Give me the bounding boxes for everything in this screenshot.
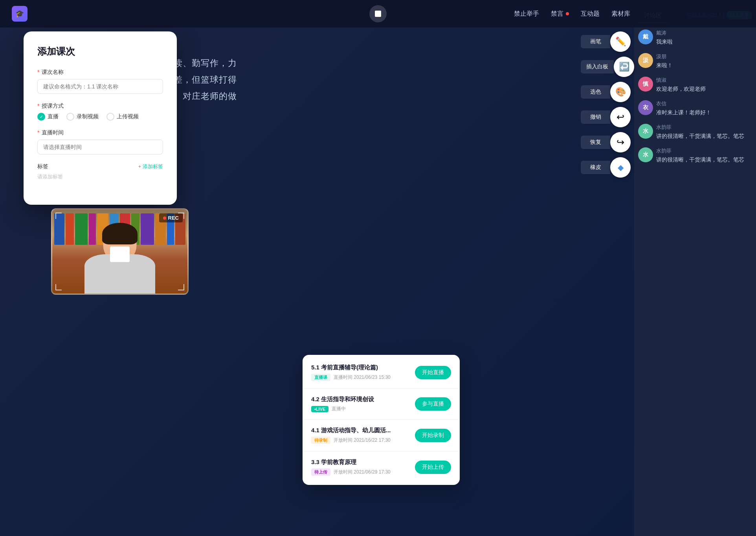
chat-message: 慎 慎淑 欢迎老师，欢迎老师 [638, 77, 752, 93]
rec-badge: REC [159, 213, 183, 222]
tool-redo[interactable]: 恢复 ↪ [581, 132, 634, 152]
course-name-label: * 课次名称 [37, 69, 163, 76]
person-silhouette [77, 221, 163, 294]
tool-pen-button[interactable]: ✏️ [610, 31, 631, 52]
chat-message: 水 水韵菲 讲的很清晰，干货满满，笔芯。笔芯 [638, 147, 752, 164]
tool-redo-label: 恢复 [581, 136, 610, 149]
message-content: 汲朋 来啦！ [656, 53, 752, 70]
course-meta: 待录制 开放时间 2021/16/22 17:30 [311, 437, 415, 444]
course-tag: 待上传 [311, 468, 330, 476]
tool-whiteboard[interactable]: 插入白板 ↩️ [581, 57, 634, 77]
red-dot-icon [566, 12, 569, 15]
camera-preview: REC [51, 208, 189, 295]
course-tag: •LIVE [311, 406, 328, 412]
tool-eraser-button[interactable]: ◆ [610, 157, 631, 178]
course-info: 3.3 学前教育原理 待上传 开放时间 2021/06/29 17:30 [311, 459, 415, 476]
chat-messages: 戴 戴涛 我来啦 汲 汲朋 来啦！ 慎 慎淑 欢迎老师，欢迎老师 衣 [634, 24, 756, 536]
avatar: 水 [638, 147, 653, 162]
nav-item-ban-raise[interactable]: 禁止举手 [514, 10, 539, 18]
chat-message: 衣 衣信 准时来上课！老师好！ [638, 100, 752, 117]
course-info: 4.2 生活指导和环境创设 •LIVE 直播中 [311, 396, 415, 412]
course-time: 直播时间 2021/06/23 15:30 [334, 374, 391, 381]
radio-live-icon [37, 113, 45, 121]
chat-message: 水 水韵菲 讲的很清晰，干货满满，笔芯。笔芯 [638, 124, 752, 140]
chat-message: 汲 汲朋 来啦！ [638, 53, 752, 70]
message-content: 水韵菲 讲的很清晰，干货满满，笔芯。笔芯 [656, 124, 752, 140]
live-time-input[interactable] [37, 140, 163, 154]
tool-color[interactable]: 选色 🎨 [581, 82, 634, 102]
rec-dot-icon [163, 217, 166, 220]
course-name: 4.1 游戏活动指导、幼儿圆活... [311, 427, 415, 434]
tool-undo-label: 撤销 [581, 110, 610, 124]
course-time: 开放时间 2021/16/22 17:30 [334, 437, 391, 444]
method-upload[interactable]: 上传视频 [106, 113, 139, 121]
course-name-input[interactable] [37, 79, 163, 94]
radio-record-icon [66, 113, 74, 121]
message-text: 准时来上课！老师好！ [656, 108, 752, 117]
tool-undo[interactable]: 撤销 ↩ [581, 107, 634, 127]
message-content: 戴涛 我来啦 [656, 29, 752, 46]
message-content: 水韵菲 讲的很清晰，干货满满，笔芯。笔芯 [656, 147, 752, 164]
method-record[interactable]: 录制视频 [66, 113, 99, 121]
course-tag: 直播课 [311, 374, 330, 381]
message-name: 戴涛 [656, 29, 752, 37]
tool-whiteboard-label: 插入白板 [581, 60, 614, 73]
message-name: 衣信 [656, 100, 752, 107]
rec-text: REC [168, 215, 179, 221]
avatar: 汲 [638, 53, 653, 68]
course-name: 4.2 生活指导和环境创设 [311, 396, 415, 403]
course-name: 3.3 学前教育原理 [311, 459, 415, 466]
logo-area: 🎓 [12, 6, 28, 22]
tool-whiteboard-button[interactable]: ↩️ [614, 57, 634, 77]
course-item: 4.1 游戏活动指导、幼儿圆活... 待录制 开放时间 2021/16/22 1… [303, 420, 460, 452]
course-start-upload-button[interactable]: 开始上传 [415, 461, 451, 474]
message-name: 慎淑 [656, 77, 752, 84]
message-text: 讲的很清晰，干货满满，笔芯。笔芯 [656, 156, 752, 164]
nav-item-materials[interactable]: 素材库 [611, 10, 630, 18]
course-list-card: 5.1 考前直播辅导(理论篇) 直播课 直播时间 2021/06/23 15:3… [303, 355, 460, 485]
course-tag: 待录制 [311, 437, 330, 444]
add-lesson-modal: 添加课次 * 课次名称 * 授课方式 直播 录制视频 上传视频 [24, 31, 177, 205]
live-time-group: * 直播时间 [37, 129, 163, 154]
live-time-label: * 直播时间 [37, 129, 163, 136]
course-start-record-button[interactable]: 开始录制 [415, 429, 451, 442]
message-content: 衣信 准时来上课！老师好！ [656, 100, 752, 117]
top-nav: 禁止举手 禁言 互动题 素材库 [514, 10, 630, 18]
tool-color-button[interactable]: 🎨 [610, 82, 631, 102]
stop-icon [375, 11, 381, 17]
course-info: 4.1 游戏活动指导、幼儿圆活... 待录制 开放时间 2021/16/22 1… [311, 427, 415, 444]
right-sidebar: 讨论区 在线人数(921人) 99人举手 戴 戴涛 我来啦 汲 汲朋 来啦！ 慎 [634, 0, 756, 536]
course-time: 开放时间 2021/06/29 17:30 [334, 469, 391, 475]
tool-pen-label: 画笔 [581, 35, 610, 48]
logo-icon: 🎓 [12, 6, 28, 22]
tags-placeholder: 请添加标签 [37, 173, 163, 180]
method-live[interactable]: 直播 [37, 113, 59, 121]
tags-group: 标签 + 添加标签 请添加标签 [37, 163, 163, 180]
chat-message: 戴 戴涛 我来啦 [638, 29, 752, 46]
message-text: 来啦！ [656, 61, 752, 70]
avatar: 慎 [638, 77, 653, 92]
teaching-method-label: * 授课方式 [37, 103, 163, 110]
tags-section: 标签 + 添加标签 [37, 163, 163, 170]
course-time: 直播中 [332, 406, 346, 412]
course-item: 4.2 生活指导和环境创设 •LIVE 直播中 参与直播 [303, 389, 460, 420]
tool-eraser-label: 橡皮 [581, 161, 610, 174]
course-meta: •LIVE 直播中 [311, 406, 415, 412]
tool-panel: 画笔 ✏️ 插入白板 ↩️ 选色 🎨 撤销 ↩ 恢复 ↪ 橡皮 ◆ [581, 31, 634, 178]
course-start-live-button[interactable]: 开始直播 [415, 366, 451, 379]
nav-item-mute[interactable]: 禁言 [551, 10, 569, 18]
tool-redo-button[interactable]: ↪ [610, 132, 631, 152]
nav-item-interaction[interactable]: 互动题 [581, 10, 600, 18]
avatar: 衣 [638, 100, 653, 115]
tool-undo-button[interactable]: ↩ [610, 107, 631, 127]
stop-button[interactable] [369, 5, 387, 22]
tool-pen[interactable]: 画笔 ✏️ [581, 31, 634, 52]
tool-eraser[interactable]: 橡皮 ◆ [581, 157, 634, 178]
message-name: 水韵菲 [656, 124, 752, 131]
message-text: 欢迎老师，欢迎老师 [656, 85, 752, 93]
course-name: 5.1 考前直播辅导(理论篇) [311, 364, 415, 371]
course-name-group: * 课次名称 [37, 69, 163, 94]
course-join-live-button[interactable]: 参与直播 [415, 397, 451, 411]
add-tag-button[interactable]: + 添加标签 [138, 163, 163, 170]
message-text: 讲的很清晰，干货满满，笔芯。笔芯 [656, 132, 752, 140]
